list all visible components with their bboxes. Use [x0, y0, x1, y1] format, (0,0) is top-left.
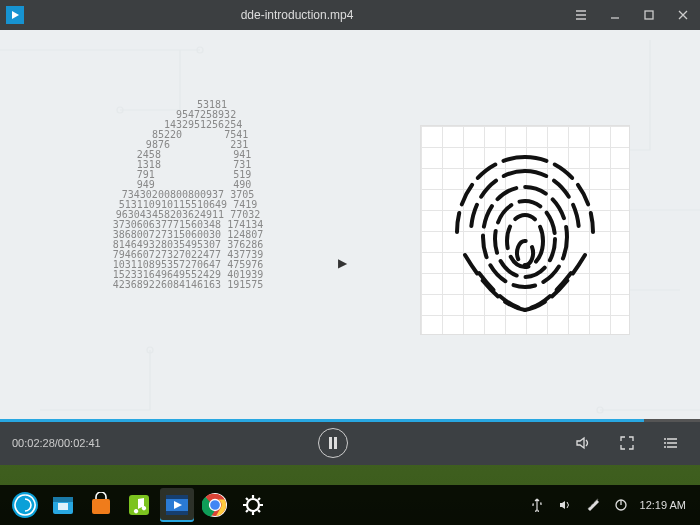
svg-rect-13 [334, 437, 337, 449]
svg-rect-24 [166, 495, 188, 499]
player-controls: 00:02:28/00:02:41 [0, 421, 700, 465]
fingerprint-graphic [420, 125, 630, 335]
svg-point-17 [12, 492, 38, 518]
maximize-icon [642, 8, 656, 22]
pause-icon [328, 437, 338, 449]
tray-power[interactable] [612, 496, 630, 514]
fullscreen-button[interactable] [610, 426, 644, 460]
close-button[interactable] [666, 0, 700, 30]
tray-network[interactable] [584, 496, 602, 514]
tray-clock[interactable]: 12:19 AM [640, 499, 686, 511]
window-title: dde-introduction.mp4 [30, 8, 564, 22]
window-controls [564, 0, 700, 30]
taskbar-app-store[interactable] [84, 488, 118, 522]
deepin-logo-icon [11, 491, 39, 519]
sound-icon [558, 498, 572, 512]
video-viewport[interactable]: 53181 9547258932 1432951256254 85220 754… [0, 30, 700, 421]
svg-point-32 [247, 499, 259, 511]
svg-rect-19 [53, 497, 73, 502]
ascii-padlock-graphic: 53181 9547258932 1432951256254 85220 754… [60, 100, 310, 290]
hamburger-icon [574, 8, 588, 22]
cursor-icon: ▶ [338, 256, 347, 270]
tray-volume[interactable] [556, 496, 574, 514]
progress-fill [0, 419, 644, 422]
video-player-window: dde-introduction.mp4 [0, 0, 700, 465]
svg-point-14 [664, 438, 666, 440]
close-icon [676, 8, 690, 22]
playlist-icon [663, 435, 679, 451]
svg-point-15 [664, 442, 666, 444]
fullscreen-icon [619, 435, 635, 451]
time-display: 00:02:28/00:02:41 [12, 437, 101, 449]
taskbar-file-manager[interactable] [46, 488, 80, 522]
titlebar: dde-introduction.mp4 [0, 0, 700, 30]
svg-rect-20 [58, 503, 68, 510]
taskbar-launcher[interactable] [8, 488, 42, 522]
maximize-button[interactable] [632, 0, 666, 30]
taskbar-movie-player[interactable] [160, 488, 194, 522]
progress-track[interactable] [0, 419, 700, 422]
taskbar: 12:19 AM [0, 485, 700, 525]
taskbar-music[interactable] [122, 488, 156, 522]
taskbar-chrome[interactable] [198, 488, 232, 522]
menu-button[interactable] [564, 0, 598, 30]
svg-rect-25 [166, 511, 188, 515]
minimize-button[interactable] [598, 0, 632, 30]
file-manager-icon [50, 492, 76, 518]
play-pause-button[interactable] [318, 428, 348, 458]
volume-icon [574, 434, 592, 452]
app-icon [0, 0, 30, 30]
gear-icon [240, 492, 266, 518]
chrome-icon [202, 492, 228, 518]
usb-icon [530, 498, 544, 512]
svg-point-16 [664, 446, 666, 448]
minimize-icon [608, 8, 622, 22]
playlist-button[interactable] [654, 426, 688, 460]
svg-rect-12 [329, 437, 332, 449]
volume-button[interactable] [566, 426, 600, 460]
app-store-icon [88, 492, 114, 518]
power-icon [614, 498, 628, 512]
music-icon [126, 492, 152, 518]
movie-icon [163, 491, 191, 519]
svg-rect-2 [645, 11, 653, 19]
tray-usb[interactable] [528, 496, 546, 514]
wifi-icon [586, 498, 600, 512]
system-tray: 12:19 AM [528, 496, 694, 514]
taskbar-settings[interactable] [236, 488, 270, 522]
svg-rect-21 [92, 499, 110, 514]
